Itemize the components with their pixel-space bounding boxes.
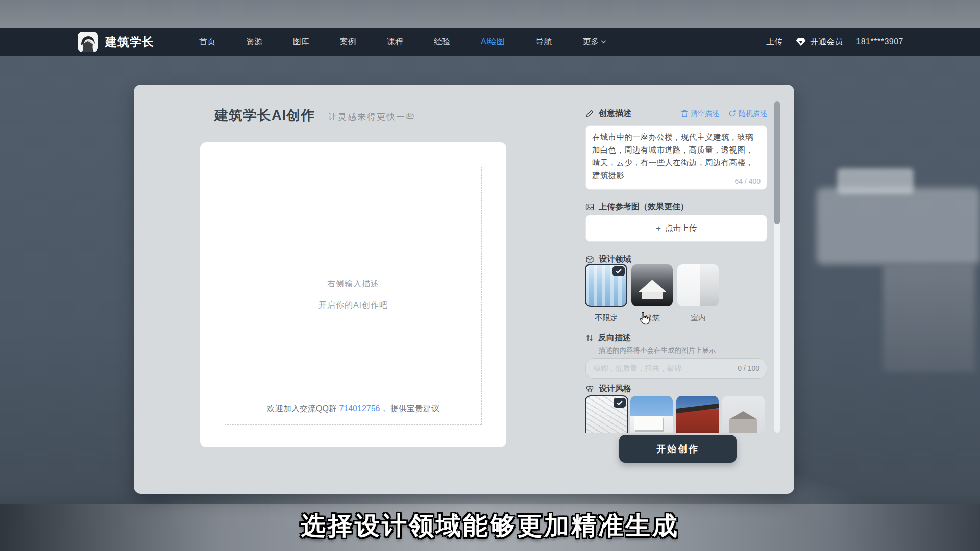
domain-label-interior[interactable]: 室内 <box>677 313 719 323</box>
page-title: 建筑学长AI创作 <box>214 106 315 124</box>
start-creation-button[interactable]: 开始创作 <box>619 435 737 463</box>
brand-name[interactable]: 建筑学长 <box>105 34 154 50</box>
clear-description-button[interactable]: 清空描述 <box>681 109 719 118</box>
chevron-down-icon <box>601 40 606 44</box>
nav-item-more[interactable]: 更多 <box>582 37 606 47</box>
account-phone[interactable]: 181****3907 <box>856 37 903 46</box>
qq-group-note: 欢迎加入交流QQ群 714012756， 提供宝贵建议 <box>225 404 481 414</box>
refresh-icon <box>728 110 736 117</box>
generation-settings-sidebar: 创意描述 清空描述 随机描述 在城市中的一座办公楼，现代主义建筑，玻璃加白色，周… <box>585 102 767 433</box>
reference-image-title: 上传参考图（效果更佳） <box>599 202 689 212</box>
diamond-icon <box>796 38 806 46</box>
negative-prompt-field: 0 / 100 <box>585 358 767 379</box>
qq-note-suffix: ， 提供宝贵建议 <box>380 404 439 413</box>
domain-option-unlimited[interactable] <box>585 264 627 306</box>
nav-item-cases[interactable]: 案例 <box>340 37 356 47</box>
design-style-title: 设计风格 <box>599 384 631 394</box>
reference-image-header: 上传参考图（效果更佳） <box>585 202 689 212</box>
click-to-upload-button[interactable]: + 点击上传 <box>585 215 767 242</box>
top-navbar: 建筑学长 首页 资源 图库 案例 课程 经验 AI绘图 导航 更多 上传 开 <box>0 28 980 56</box>
hand-cursor <box>638 311 651 325</box>
plus-icon: + <box>656 223 661 234</box>
negative-prompt-hint: 描述的内容将不会在生成的图片上展示 <box>599 346 716 355</box>
qq-group-number-link[interactable]: 714012756 <box>339 404 380 413</box>
domain-option-architecture[interactable] <box>631 264 673 306</box>
video-background-top <box>0 0 980 28</box>
negative-prompt-input[interactable] <box>586 364 738 372</box>
design-domain-title: 设计领域 <box>599 254 631 265</box>
page-subtitle: 让灵感来得更快一些 <box>328 111 415 123</box>
background-ship-shape <box>817 188 980 264</box>
pencil-icon <box>585 109 594 118</box>
domain-option-interior[interactable] <box>677 264 719 306</box>
negative-char-counter: 0 / 100 <box>738 364 760 372</box>
idea-description-title: 创意描述 <box>599 108 631 119</box>
negative-prompt-title: 反向描述 <box>598 333 631 343</box>
background-structure-shape <box>883 265 975 372</box>
vip-membership-link[interactable]: 开通会员 <box>796 37 843 47</box>
selected-badge <box>614 398 626 408</box>
nav-item-experience[interactable]: 经验 <box>434 37 450 47</box>
cube-icon <box>585 255 594 264</box>
prompt-char-counter: 64 / 400 <box>734 177 761 185</box>
ai-creation-panel: 建筑学长AI创作 让灵感来得更快一些 右侧输入描述 开启你的AI创作吧 欢迎加入… <box>134 85 794 494</box>
swap-arrows-icon <box>585 334 594 342</box>
style-option-european-classic[interactable] <box>722 396 765 433</box>
style-option-sketch[interactable] <box>585 396 628 433</box>
nav-item-resources[interactable]: 资源 <box>246 37 262 47</box>
nav-item-more-label: 更多 <box>582 37 599 47</box>
check-icon <box>616 269 622 273</box>
nav-item-gallery[interactable]: 图库 <box>293 37 309 47</box>
palette-circles-icon <box>585 385 594 393</box>
click-to-upload-label: 点击上传 <box>665 223 697 234</box>
domain-label-unlimited[interactable]: 不限定 <box>585 313 627 323</box>
nav-item-courses[interactable]: 课程 <box>387 37 403 47</box>
result-canvas-card: 右侧输入描述 开启你的AI创作吧 欢迎加入交流QQ群 714012756， 提供… <box>200 142 506 447</box>
nav-item-navigation[interactable]: 导航 <box>535 37 552 47</box>
brand-logo-avatar[interactable] <box>78 32 98 52</box>
upload-link[interactable]: 上传 <box>766 37 782 47</box>
style-option-chinese-traditional[interactable] <box>676 396 719 433</box>
check-icon <box>617 400 623 405</box>
trash-icon <box>681 110 688 117</box>
nav-item-ai-drawing[interactable]: AI绘图 <box>481 37 505 47</box>
canvas-hint-line1: 右侧输入描述 <box>225 279 481 289</box>
sidebar-scrollbar-thumb[interactable] <box>774 101 780 224</box>
empty-canvas-dashed-area: 右侧输入描述 开启你的AI创作吧 欢迎加入交流QQ群 714012756， 提供… <box>225 167 482 425</box>
nav-item-home[interactable]: 首页 <box>199 37 215 47</box>
vip-label: 开通会员 <box>810 37 843 47</box>
image-icon <box>585 203 594 211</box>
clear-description-label: 清空描述 <box>691 109 719 118</box>
random-description-label: 随机描述 <box>739 109 767 118</box>
background-ship-shape <box>837 168 914 194</box>
canvas-hint-line2: 开启你的AI创作吧 <box>225 300 481 311</box>
avatar-illustration <box>78 32 98 52</box>
selected-badge <box>612 266 625 276</box>
main-navigation: 首页 资源 图库 案例 课程 经验 AI绘图 导航 更多 <box>199 37 606 47</box>
sidebar-scrollbar-track[interactable] <box>774 101 780 433</box>
prompt-input-box: 在城市中的一座办公楼，现代主义建筑，玻璃加白色，周边有城市道路，高质量，透视图，… <box>585 125 767 190</box>
idea-description-header: 创意描述 清空描述 随机描述 <box>585 108 767 119</box>
random-description-button[interactable]: 随机描述 <box>728 109 767 118</box>
design-domain-header: 设计领域 <box>585 254 631 265</box>
design-style-header: 设计风格 <box>585 384 631 394</box>
negative-prompt-header: 反向描述 <box>585 333 631 343</box>
style-option-modern[interactable] <box>630 396 673 433</box>
video-subtitle-caption: 选择设计领域能够更加精准生成 <box>0 509 980 543</box>
qq-note-prefix: 欢迎加入交流QQ群 <box>267 404 339 413</box>
